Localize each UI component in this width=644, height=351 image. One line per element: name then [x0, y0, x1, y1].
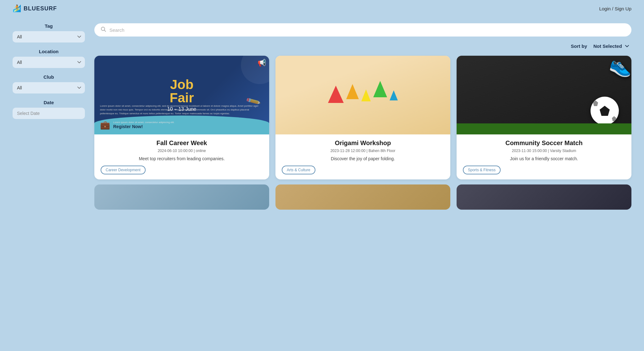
partial-card-3-image	[457, 184, 631, 210]
event-card-origami-workshop[interactable]: Origami Workshop 2023-11-28 12:00:00 | B…	[275, 56, 450, 179]
logo-icon: 🏄	[13, 4, 21, 13]
card-meta: 2023-11-30 15:00:00 | Varsity Stadium	[463, 149, 625, 153]
partial-card-3[interactable]	[457, 184, 631, 210]
partial-card-2[interactable]	[275, 184, 450, 210]
date-filter-label: Date	[13, 100, 85, 105]
origami-bird-orange	[346, 84, 359, 99]
tag-filter-group: Tag All Career Development Arts & Cultur…	[13, 23, 85, 42]
event-card-soccer-match[interactable]: 👟 Community Soccer Match 2023-11-30	[457, 56, 631, 179]
location-filter-select[interactable]: All Online Bahen 8th Floor Varsity Stadi…	[13, 57, 85, 68]
sort-label: Sort by	[571, 43, 587, 49]
club-filter-select[interactable]: All	[13, 82, 85, 93]
club-filter-label: Club	[13, 74, 85, 80]
card-meta: 2024-06-10 10:00:00 | online	[101, 149, 263, 153]
card-body-origami-workshop: Origami Workshop 2023-11-28 12:00:00 | B…	[275, 134, 450, 179]
search-bar	[94, 23, 631, 37]
briefcase-icon: 💼	[100, 120, 110, 130]
card-body-soccer-match: Community Soccer Match 2023-11-30 15:00:…	[457, 134, 631, 179]
soccer-image: 👟	[457, 56, 631, 134]
tag-filter-select[interactable]: All Career Development Arts & Culture Sp…	[13, 31, 85, 42]
auth-link[interactable]: Login / Sign Up	[599, 6, 631, 11]
header: 🏄 BLUESURF Login / Sign Up	[0, 0, 644, 17]
card-title: Community Soccer Match	[463, 139, 625, 147]
logo-text: BLUESURF	[24, 5, 57, 12]
card-description: Join us for a friendly soccer match.	[463, 156, 625, 161]
origami-image	[275, 56, 450, 134]
card-tag[interactable]: Arts & Culture	[282, 166, 315, 174]
partial-card-1-image	[94, 184, 269, 210]
search-input[interactable]	[109, 27, 625, 33]
soccer-ball	[591, 97, 619, 125]
cleat-icon: 👟	[607, 56, 631, 80]
date-filter-group: Date	[13, 100, 85, 119]
job-fair-title: JobFair	[167, 78, 197, 105]
partial-card-2-image	[275, 184, 450, 210]
job-fair-image: 📢 JobFair 10 – 13 June ✏️ 💼 Lorem ipsum	[94, 56, 269, 134]
events-grid: 📢 JobFair 10 – 13 June ✏️ 💼 Lorem ipsum	[94, 56, 631, 179]
origami-bird-blue	[390, 90, 398, 100]
sort-bar: Sort by Not Selected Date Name	[94, 42, 631, 51]
tag-filter-label: Tag	[13, 23, 85, 29]
partial-cards-row	[94, 184, 631, 210]
main-layout: Tag All Career Development Arts & Cultur…	[0, 17, 644, 222]
sort-select[interactable]: Not Selected Date Name	[590, 42, 631, 51]
content-area: Sort by Not Selected Date Name 📢 JobFair…	[94, 23, 631, 210]
register-now-text: Register Now!	[113, 124, 175, 129]
date-filter-input[interactable]	[13, 108, 85, 119]
event-card-fall-career-week[interactable]: 📢 JobFair 10 – 13 June ✏️ 💼 Lorem ipsum	[94, 56, 269, 179]
search-icon	[101, 26, 106, 33]
sidebar: Tag All Career Development Arts & Cultur…	[13, 23, 85, 210]
card-body-fall-career-week: Fall Career Week 2024-06-10 10:00:00 | o…	[94, 134, 269, 179]
partial-card-1[interactable]	[94, 184, 269, 210]
card-title: Origami Workshop	[282, 139, 444, 147]
origami-bird-yellow	[361, 89, 371, 101]
grass	[457, 123, 631, 134]
card-tag[interactable]: Career Development	[101, 166, 146, 174]
card-description: Meet top recruiters from leading compani…	[101, 156, 263, 161]
card-description: Discover the joy of paper folding.	[282, 156, 444, 161]
origami-bird-red	[328, 86, 344, 103]
megaphone-icon: 📢	[258, 59, 266, 67]
location-filter-group: Location All Online Bahen 8th Floor Vars…	[13, 49, 85, 68]
club-filter-group: Club All	[13, 74, 85, 93]
svg-line-1	[104, 30, 106, 32]
card-tag[interactable]: Sports & Fitness	[463, 166, 501, 174]
location-filter-label: Location	[13, 49, 85, 54]
job-fair-lorem: Lorem ipsum dolor sit amet, consectetur …	[113, 121, 175, 124]
job-fair-body-text: Lorem ipsum dolor sit amet, consectetur …	[100, 104, 264, 116]
logo: 🏄 BLUESURF	[13, 4, 57, 13]
card-title: Fall Career Week	[101, 139, 263, 147]
origami-bird-green	[373, 81, 387, 97]
card-meta: 2023-11-28 12:00:00 | Bahen 8th Floor	[282, 149, 444, 153]
